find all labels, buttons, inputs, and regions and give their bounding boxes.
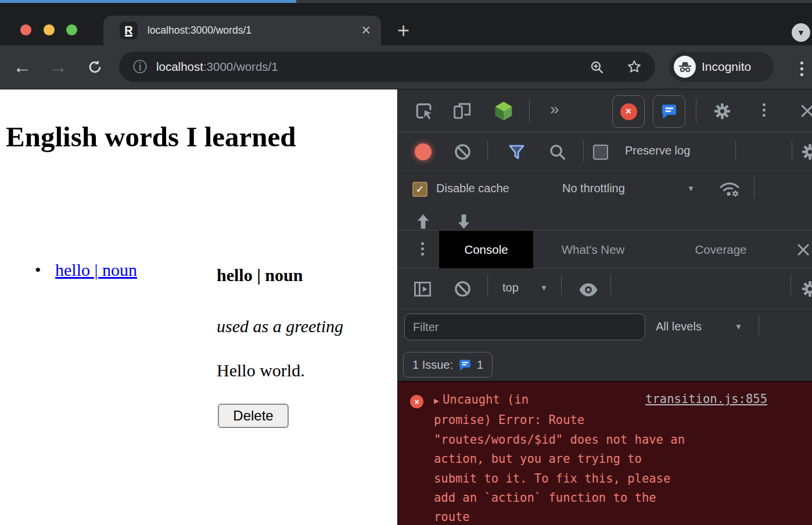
error-line: route (434, 508, 771, 525)
network-search-icon[interactable] (548, 143, 566, 161)
preserve-log-label[interactable]: Preserve log (625, 144, 690, 157)
bookmark-star-icon[interactable] (627, 59, 642, 74)
incognito-label: Incognito (702, 52, 751, 82)
error-x-glyph: × (414, 397, 419, 407)
url-path: :3000/words/1 (203, 60, 278, 74)
browser-window: R localhost:3000/words/1 × + ▼ ← → ⓘ loc… (0, 0, 812, 525)
devtools-panel: » × Preserve log (397, 89, 812, 525)
devtools-menu-dots[interactable] (763, 103, 766, 106)
network-settings-gear-icon[interactable] (801, 143, 812, 161)
export-har-arrow-down-icon[interactable] (455, 213, 473, 230)
network-toolbar: Preserve log (398, 132, 812, 171)
issue-chat-icon (660, 103, 678, 120)
inspect-element-icon[interactable] (415, 101, 434, 121)
browser-toolbar: ← → ⓘ localhost:3000/words/1 Incognito (0, 45, 812, 89)
close-window-button[interactable] (20, 24, 31, 35)
disable-cache-checkbox[interactable]: ✓ (412, 182, 427, 197)
throttling-select[interactable]: No throttling (562, 182, 625, 195)
word-detail-title: hello | noun (217, 265, 303, 285)
console-settings-gear-icon[interactable] (801, 280, 812, 298)
live-expression-eye-icon[interactable] (578, 282, 599, 297)
tab-search-button[interactable]: ▼ (792, 23, 810, 42)
console-filter-input[interactable] (404, 314, 645, 340)
drawer-menu-dots[interactable] (421, 242, 424, 245)
maximize-window-button[interactable] (66, 24, 77, 35)
console-error-message: × ▶Uncaught (in promise) Error: Route "r… (398, 381, 812, 525)
zoom-icon[interactable] (590, 60, 604, 74)
error-line: action, but you are trying to (434, 450, 771, 469)
error-circle-icon: × (410, 395, 423, 408)
url-text: localhost:3000/words/1 (156, 52, 278, 82)
network-filter-funnel-icon[interactable] (508, 143, 526, 161)
tab-close-icon[interactable]: × (361, 16, 371, 45)
issues-badge[interactable] (653, 95, 685, 128)
error-count-badge[interactable]: × (612, 95, 645, 128)
devtools-main-toolbar: » × (398, 89, 812, 132)
execution-context-select[interactable]: top (502, 281, 519, 294)
error-line: "routes/words/$id" does not have an (434, 430, 771, 450)
import-har-arrow-up-icon[interactable] (414, 213, 432, 230)
word-definition: used as a greeting (217, 317, 343, 336)
checkmark-icon: ✓ (415, 183, 424, 196)
context-dropdown-arrow-icon[interactable]: ▼ (540, 283, 548, 292)
drawer-tab-bar: Console What's New Coverage (398, 230, 812, 268)
error-line: add an `action` function to the (434, 488, 771, 508)
console-filter-row: All levels ▼ (398, 309, 812, 348)
word-example: Hello world. (217, 361, 305, 380)
device-toolbar-icon[interactable] (452, 101, 472, 121)
minimize-window-button[interactable] (44, 24, 55, 35)
levels-dropdown-arrow-icon[interactable]: ▼ (735, 322, 742, 331)
network-conditions-row: ✓ Disable cache No throttling ▼ (398, 171, 812, 209)
tab-strip: R localhost:3000/words/1 × + ▼ (0, 3, 812, 45)
console-sidebar-toggle-icon[interactable] (413, 279, 432, 299)
list-bullet: • (35, 260, 41, 280)
tab-coverage[interactable]: Coverage (677, 231, 765, 268)
incognito-icon (677, 59, 693, 75)
favicon-bar (125, 35, 132, 37)
record-network-log-button[interactable] (415, 143, 432, 160)
back-button[interactable]: ← (13, 45, 31, 89)
reload-button[interactable] (87, 59, 103, 75)
address-bar[interactable]: ⓘ localhost:3000/words/1 (119, 52, 655, 82)
console-toolbar: top ▼ (398, 268, 812, 309)
log-levels-select[interactable]: All levels (656, 320, 702, 333)
page-title: English words I learned (6, 118, 296, 156)
url-host: localhost (156, 60, 203, 74)
error-line-text: Uncaught (in (443, 393, 529, 407)
nodejs-icon[interactable] (493, 100, 514, 121)
browser-menu-button[interactable] (800, 62, 803, 64)
tab-search-arrow-icon: ▼ (797, 28, 805, 37)
clear-network-log-icon[interactable] (454, 143, 472, 161)
devtools-settings-gear-icon[interactable] (713, 102, 731, 120)
drawer-close-icon[interactable] (795, 242, 811, 258)
expand-triangle-icon[interactable]: ▶ (434, 395, 439, 406)
error-badge-x-icon: × (626, 106, 631, 117)
incognito-avatar (674, 56, 696, 78)
forward-button[interactable]: → (49, 45, 67, 89)
clear-console-icon[interactable] (454, 280, 472, 298)
web-page: English words I learned • hello | noun h… (0, 89, 397, 525)
tab-console[interactable]: Console (439, 231, 533, 268)
disable-cache-label[interactable]: Disable cache (436, 182, 509, 195)
error-line: promise) Error: Route (434, 411, 771, 430)
site-info-icon[interactable]: ⓘ (133, 52, 147, 82)
browser-tab[interactable]: R localhost:3000/words/1 × (103, 16, 381, 45)
more-panels-chevrons[interactable]: » (550, 100, 559, 118)
issue-chat-icon (458, 358, 472, 372)
delete-button[interactable]: Delete (218, 404, 289, 428)
error-line: submit to it. To fix this, please (434, 469, 771, 488)
tab-title: localhost:3000/words/1 (148, 16, 251, 45)
tab-whats-new[interactable]: What's New (547, 231, 639, 268)
new-tab-button[interactable]: + (397, 16, 409, 45)
issue-label: 1 Issue: (412, 358, 453, 372)
word-link[interactable]: hello | noun (55, 260, 137, 280)
console-issues-row: 1 Issue: 1 (398, 348, 812, 381)
incognito-badge[interactable]: Incognito (669, 52, 774, 82)
network-conditions-wifi-icon[interactable] (719, 180, 740, 199)
error-source-link[interactable]: transition.js:855 (645, 392, 767, 406)
throttling-dropdown-arrow-icon[interactable]: ▼ (687, 184, 695, 193)
issue-counter-pill[interactable]: 1 Issue: 1 (403, 352, 493, 377)
devtools-close-icon[interactable] (799, 102, 812, 120)
preserve-log-checkbox[interactable] (593, 145, 608, 160)
har-buttons-row (398, 209, 812, 230)
